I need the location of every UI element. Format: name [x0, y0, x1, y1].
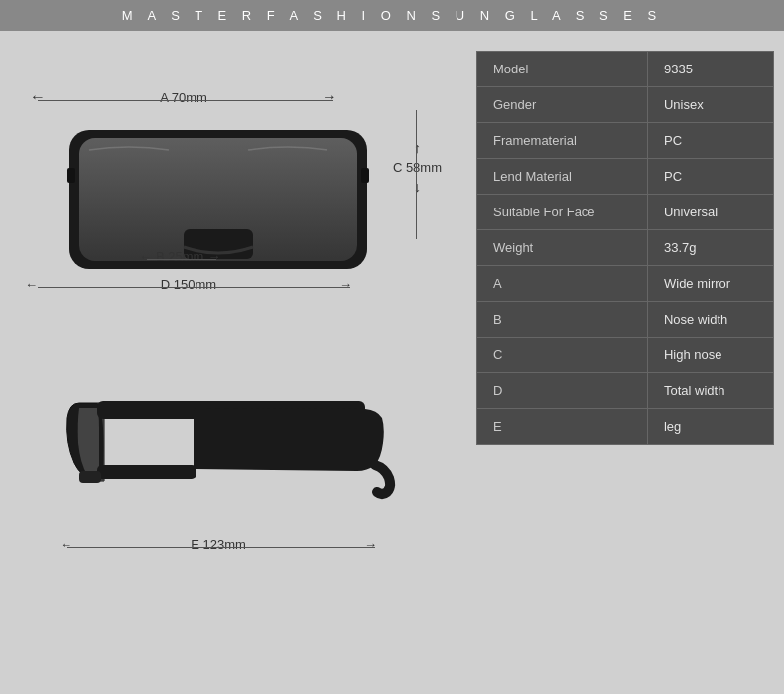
spec-label: D [477, 373, 648, 409]
specs-table: Model 9335 Gender Unisex Framematerial P… [476, 51, 774, 445]
spec-row: Lend Material PC [477, 159, 774, 195]
dim-b-label: B 25mm [156, 249, 203, 264]
spec-value: 33.7g [647, 230, 773, 266]
spec-row: Model 9335 [477, 52, 774, 87]
spec-label: Model [477, 52, 648, 87]
spec-value: PC [647, 123, 773, 159]
spec-label: Weight [477, 230, 648, 266]
spec-value: Nose width [647, 302, 773, 338]
left-panel: ← A 70mm → ↑ C 58mm ↓ ← B 25mm → [20, 51, 457, 667]
spec-row: A Wide mirror [477, 266, 774, 302]
dim-a: ← A 70mm → [30, 88, 337, 106]
spec-value: Unisex [647, 87, 773, 123]
spec-label: Framematerial [477, 123, 648, 159]
spec-value: leg [647, 409, 773, 445]
spec-row: Gender Unisex [477, 87, 774, 123]
dim-a-label: A 70mm [160, 90, 207, 105]
spec-label: Gender [477, 87, 648, 123]
dim-b: ← B 25mm → [139, 249, 220, 264]
right-panel: Model 9335 Gender Unisex Framematerial P… [476, 51, 774, 667]
spec-value: Universal [647, 195, 773, 230]
spec-row: Suitable For Face Universal [477, 195, 774, 230]
spec-label: Suitable For Face [477, 195, 648, 230]
spec-row: D Total width [477, 373, 774, 409]
dim-c-label: C 58mm [393, 160, 442, 175]
spec-value: PC [647, 159, 773, 195]
spec-value: High nose [647, 338, 773, 373]
main-content: ← A 70mm → ↑ C 58mm ↓ ← B 25mm → [0, 31, 784, 687]
spec-label: C [477, 338, 648, 373]
glasses-side-svg [20, 353, 397, 512]
dim-d: ← D 150mm → [25, 277, 352, 292]
spec-row: Weight 33.7g [477, 230, 774, 266]
svg-rect-6 [97, 465, 196, 479]
spec-label: A [477, 266, 648, 302]
spec-value: 9335 [647, 52, 773, 87]
dim-e: ← E 123mm → [60, 537, 377, 552]
header: M A S T E R F A S H I O N S U N G L A S … [0, 0, 784, 31]
header-title: M A S T E R F A S H I O N S U N G L A S … [122, 8, 662, 23]
spec-row: E leg [477, 409, 774, 445]
spec-label: E [477, 409, 648, 445]
spec-row: C High nose [477, 338, 774, 373]
spec-label: Lend Material [477, 159, 648, 195]
spec-value: Wide mirror [647, 266, 773, 302]
svg-rect-3 [67, 168, 75, 183]
spec-label: B [477, 302, 648, 338]
annotation-wrapper: ← A 70mm → ↑ C 58mm ↓ ← B 25mm → [20, 51, 457, 667]
glasses-front-svg [30, 100, 407, 339]
spec-value: Total width [647, 373, 773, 409]
spec-row: B Nose width [477, 302, 774, 338]
svg-rect-7 [79, 471, 101, 483]
spec-row: Framematerial PC [477, 123, 774, 159]
dim-e-label: E 123mm [191, 537, 246, 552]
dim-d-label: D 150mm [161, 277, 216, 292]
svg-rect-4 [361, 168, 369, 183]
dim-c: ↑ C 58mm ↓ [393, 140, 442, 195]
